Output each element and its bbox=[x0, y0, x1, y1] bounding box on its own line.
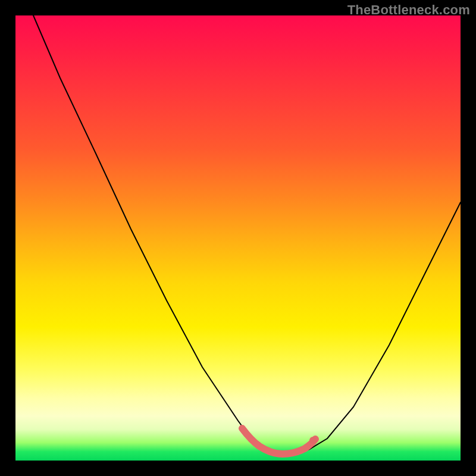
optimal-range-marker bbox=[242, 428, 315, 454]
bottleneck-curve bbox=[33, 15, 461, 454]
plot-area bbox=[15, 15, 461, 461]
highlight-point bbox=[309, 437, 317, 444]
chart-frame: TheBottleneck.com bbox=[0, 0, 476, 476]
watermark-text: TheBottleneck.com bbox=[347, 2, 470, 18]
bottleneck-curve-svg bbox=[15, 15, 461, 461]
